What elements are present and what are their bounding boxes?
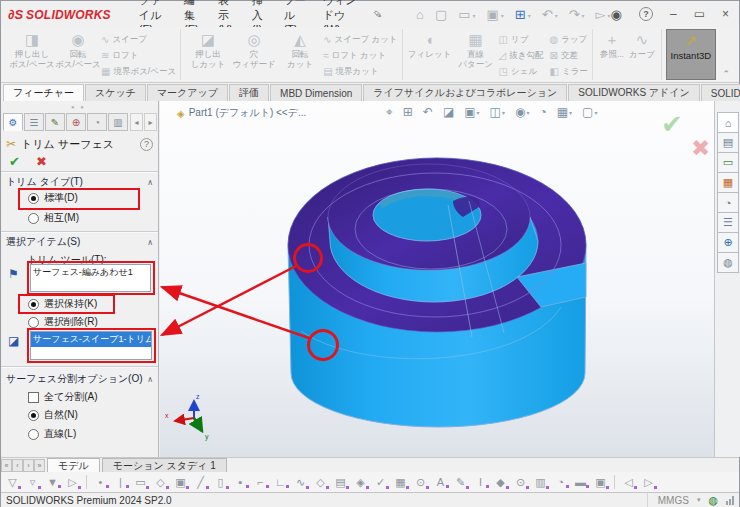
toolbar-icon[interactable]	[614, 475, 615, 489]
ribbon-button[interactable]: ≋ロフト	[101, 49, 176, 62]
quick-access-icon[interactable]: ▢	[435, 7, 447, 22]
maximize-button[interactable]: ▭	[694, 7, 705, 21]
instant3d-button[interactable]: ↗ Instant3D	[666, 29, 716, 80]
toolbar-icon[interactable]: ◔	[554, 476, 567, 488]
tab-scroll-button[interactable]: »	[34, 459, 45, 472]
ribbon-button[interactable]: ◉回転 ボス/ベース	[55, 29, 101, 80]
headsup-icon[interactable]: ⌖	[386, 105, 393, 119]
toolbar-icon[interactable]: •	[94, 476, 107, 488]
toolbar-icon[interactable]: ▦	[394, 476, 407, 489]
toolbar-icon[interactable]: ◇	[314, 476, 327, 489]
task-pane-icon[interactable]: ▤	[717, 132, 739, 153]
trim-type-section-header[interactable]: トリム タイプ(T) ∧	[6, 175, 153, 189]
help-icon[interactable]: ?	[639, 7, 653, 21]
linear-radio[interactable]: 直線(L)	[28, 427, 76, 441]
headsup-icon[interactable]: ↶	[423, 105, 433, 119]
headsup-icon[interactable]: ◫	[490, 105, 505, 119]
toolbar-icon[interactable]: ⌐	[254, 476, 267, 488]
commandmanager-tab[interactable]: SOLIDWORKS アドイン	[568, 84, 700, 101]
feature-tree-flyout[interactable]: ◈ Part1 (デフォルト) <<デ...	[177, 106, 306, 120]
toolbar-icon[interactable]: ▥	[534, 476, 547, 489]
toolbar-icon[interactable]: ▭	[134, 476, 147, 489]
globe-icon[interactable]: ◍	[708, 494, 718, 507]
toolbar-icon[interactable]: ▪	[234, 476, 247, 488]
toolbar-icon[interactable]: ⊙	[414, 476, 427, 489]
toolbar-icon[interactable]: |	[114, 476, 127, 488]
commandmanager-tab[interactable]: ライフサイクルおよびコラボレーション	[363, 84, 567, 101]
commandmanager-tab[interactable]: フィーチャー	[3, 84, 84, 101]
units-label[interactable]: MMGS	[658, 495, 689, 506]
toolbar-icon[interactable]: ◇	[154, 476, 167, 489]
ribbon-button[interactable]: +参照...	[597, 29, 627, 80]
headsup-icon[interactable]: ▦	[557, 105, 572, 119]
ribbon-button[interactable]: ◧ミラー	[549, 65, 587, 78]
remove-selections-radio[interactable]: 選択削除(R)	[28, 315, 98, 329]
toolbar-icon[interactable]: ◁	[622, 476, 635, 489]
toolbar-icon[interactable]: ◈	[354, 476, 367, 489]
quick-access-icon[interactable]: ↶	[542, 7, 558, 22]
panel-tab[interactable]: ✎	[45, 113, 65, 131]
toolbar-icon[interactable]: ◆	[494, 476, 507, 489]
panel-tab-scroll-right[interactable]: ▸	[144, 113, 157, 131]
toolbar-icon[interactable]: ▽	[6, 476, 19, 489]
quick-access-icon[interactable]: ↷	[569, 7, 585, 22]
toolbar-icon[interactable]: ⊙	[514, 476, 527, 489]
task-pane-icon[interactable]: ◍	[717, 252, 739, 273]
ribbon-button[interactable]: ◖フィレット	[407, 29, 453, 80]
ribbon-button[interactable]: ⊠交差	[549, 49, 587, 62]
tab-scroll-button[interactable]: ‹	[12, 459, 23, 472]
toolbar-icon[interactable]: ▬	[574, 476, 587, 488]
task-pane-icon[interactable]: ▭	[717, 152, 739, 173]
cancel-button[interactable]: ✖	[36, 154, 47, 169]
split-all-checkbox[interactable]: 全て分割(A)	[28, 390, 98, 404]
toolbar-icon[interactable]: ▷	[66, 476, 79, 489]
quick-access-icon[interactable]: ▻	[596, 7, 611, 22]
pm-help-icon[interactable]: ?	[140, 138, 153, 151]
ribbon-button[interactable]: ∿スイープ カット	[323, 33, 397, 46]
ribbon-button[interactable]: ∿カーブ	[627, 29, 657, 80]
headsup-icon[interactable]: ◉	[515, 105, 530, 119]
tab-scroll-button[interactable]: «	[1, 459, 12, 472]
pieces-entry-selected[interactable]: サーフェス-スイープ1-トリム0	[31, 332, 151, 347]
commandmanager-tab[interactable]: マークアップ	[147, 84, 228, 101]
toolbar-icon[interactable]: A	[434, 476, 447, 488]
task-pane-icon[interactable]: ⌂	[717, 112, 739, 133]
commandmanager-tab[interactable]: 評価	[229, 84, 269, 101]
graphics-viewport[interactable]: ◈ Part1 (デフォルト) <<デ... ⌖⊞↶◪▣◫◉◔▦▢ ✔ ✖	[160, 101, 714, 457]
commandmanager-tab[interactable]: スケッチ	[85, 84, 146, 101]
panel-grip[interactable]: ● ●	[71, 104, 86, 110]
panel-tab-scroll-left[interactable]: ◂	[130, 113, 143, 131]
quick-access-icon[interactable]: ⌂	[416, 7, 424, 22]
toolbar-icon[interactable]: I	[474, 476, 487, 488]
tab-scroll-button[interactable]: ›	[23, 459, 34, 472]
account-icon[interactable]: ◉	[611, 7, 622, 22]
ribbon-button[interactable]: ▤境界カット	[323, 65, 397, 78]
toolbar-icon[interactable]	[86, 475, 87, 489]
headsup-icon[interactable]: ◔	[539, 105, 546, 119]
trim-tool-listbox[interactable]: サーフェス-編みあわせ1	[30, 264, 151, 292]
model-tab[interactable]: モデル	[47, 458, 100, 472]
headsup-icon[interactable]: ⊞	[403, 105, 413, 119]
quick-access-icon[interactable]: ⊞	[515, 7, 531, 22]
units-caret-icon[interactable]: ▾	[697, 496, 701, 504]
ok-button[interactable]: ✔	[9, 154, 20, 169]
quick-access-icon[interactable]: ▭	[458, 7, 475, 22]
task-pane-icon[interactable]: ☰	[717, 212, 739, 233]
commandmanager-tab[interactable]: MBD Dimension	[270, 84, 362, 101]
toolbar-icon[interactable]: ▣	[594, 476, 607, 489]
trim-tool-entry[interactable]: サーフェス-編みあわせ1	[31, 265, 150, 280]
toolbar-icon[interactable]: ▯	[214, 476, 227, 489]
ribbon-button[interactable]: ◍ラップ	[549, 33, 587, 46]
ribbon-button[interactable]: ▦境界ボス/ベース	[101, 65, 176, 78]
toolbar-icon[interactable]: ▷	[642, 476, 655, 489]
ribbon-button[interactable]: ◫リブ	[499, 33, 544, 46]
close-button[interactable]: ×	[722, 7, 729, 21]
ribbon-button[interactable]: ∿スイープ	[101, 33, 176, 46]
ribbon-button[interactable]: ◭回転 カット	[277, 29, 323, 80]
ribbon-button[interactable]: ◎穴 ウィザード	[231, 29, 277, 80]
toolbar-icon[interactable]: ∿	[294, 476, 307, 489]
headsup-icon[interactable]: ▣	[464, 105, 479, 119]
task-pane-icon[interactable]: ⊕	[717, 232, 739, 253]
motion-study-tab[interactable]: モーション スタディ 1	[102, 458, 227, 472]
headsup-icon[interactable]: ◪	[443, 105, 454, 119]
